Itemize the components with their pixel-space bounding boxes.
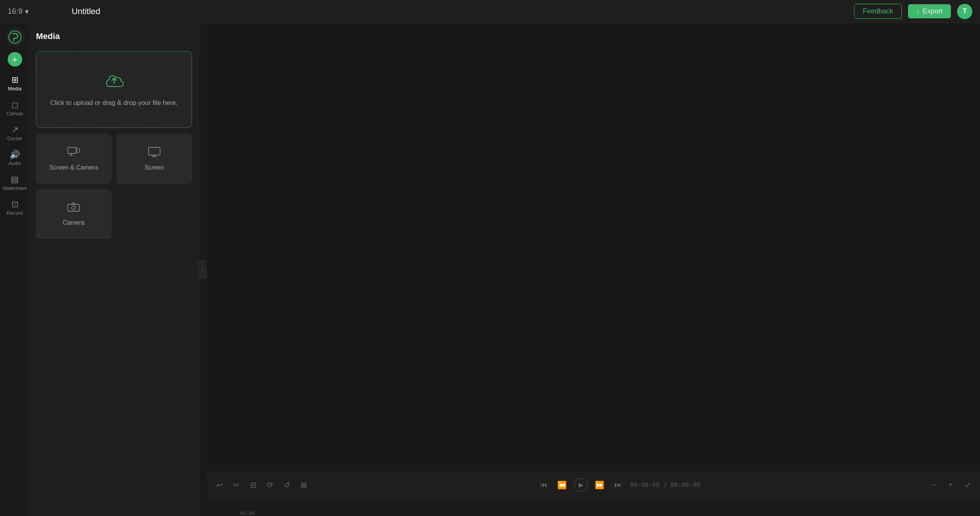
record-icon: ⊡ [11, 200, 18, 209]
zoom-out-button[interactable]: − [927, 478, 940, 492]
sidebar-item-cursor[interactable]: ↗ Cursor [2, 122, 28, 145]
svg-rect-4 [77, 149, 79, 152]
main-layout: + ⊞ Media ◻ Canvas ↗ Cursor 🔊 Audio ▤ Wa… [0, 23, 980, 516]
split-button[interactable]: ⊟ [247, 478, 260, 492]
topbar: 16:9 ▾ Feedback ↑ Export T [0, 0, 980, 23]
export-icon: ↑ [916, 8, 919, 15]
upload-text: Click to upload or drag & drop your file… [50, 99, 178, 107]
time-display: 00:00:00 / 00:00:00 [630, 481, 700, 488]
sidebar-item-media-label: Media [8, 86, 21, 91]
cursor-icon: ↗ [11, 126, 18, 134]
upload-zone[interactable]: Click to upload or drag & drop your file… [36, 51, 192, 128]
step-back-button[interactable]: ⏪ [556, 478, 569, 492]
zoom-in-button[interactable]: + [944, 478, 957, 492]
step-forward-button[interactable]: ⏩ [593, 478, 606, 492]
total-time: 00:00:00 [671, 481, 700, 488]
icon-bar: + ⊞ Media ◻ Canvas ↗ Cursor 🔊 Audio ▤ Wa… [0, 23, 30, 516]
panel-collapse-button[interactable]: ‹ [198, 260, 207, 279]
sidebar-item-record-label: Record [7, 210, 23, 216]
screen-card[interactable]: Screen [117, 134, 192, 184]
sidebar-item-watermark-label: Watermark [3, 185, 27, 191]
sidebar-item-record[interactable]: ⊡ Record [2, 196, 28, 220]
scissors-button[interactable]: ✂ [230, 478, 243, 492]
svg-point-0 [9, 31, 21, 43]
aspect-ratio-selector[interactable]: 16:9 ▾ [8, 7, 29, 16]
add-button[interactable]: + [8, 52, 22, 67]
aspect-ratio-label: 16:9 [8, 7, 23, 16]
recording-cards-grid: Screen & Camera Screen [36, 134, 192, 239]
delete-button[interactable]: ⊠ [297, 478, 310, 492]
rotate-button[interactable]: ↺ [280, 478, 293, 492]
left-panel: Media Click to upload or drag & drop you… [30, 23, 198, 516]
upload-icon [104, 73, 124, 94]
svg-rect-1 [68, 147, 76, 153]
sidebar-item-watermark[interactable]: ▤ Watermark [2, 171, 28, 195]
sidebar-item-audio[interactable]: 🔊 Audio [2, 147, 28, 170]
panel-title: Media [36, 29, 192, 45]
feedback-button[interactable]: Feedback [854, 4, 902, 19]
canvas-main[interactable] [207, 23, 980, 472]
svg-point-10 [72, 206, 75, 210]
sidebar-item-cursor-label: Cursor [7, 136, 22, 141]
canvas-area: ↩ ✂ ⊟ ⟳ ↺ ⊠ ⏮ ⏪ ▶ ⏩ ⏭ 00:00:00 / 00:00:0… [207, 23, 980, 516]
undo-button[interactable]: ↩ [213, 478, 226, 492]
screen-camera-card[interactable]: Screen & Camera [36, 134, 111, 184]
camera-card[interactable]: Camera [36, 189, 111, 239]
media-icon: ⊞ [11, 76, 18, 84]
chevron-left-icon: ‹ [201, 266, 203, 273]
time-marker-start: 00:00 [240, 510, 255, 516]
canvas-icon: ◻ [11, 101, 18, 109]
camera-icon [67, 202, 80, 215]
topbar-left: 16:9 ▾ [8, 7, 176, 16]
screen-camera-label: Screen & Camera [49, 164, 98, 171]
skip-back-button[interactable]: ⏮ [537, 478, 550, 492]
redo-button[interactable]: ⟳ [263, 478, 276, 492]
svg-rect-5 [149, 147, 160, 155]
sidebar-item-canvas[interactable]: ◻ Canvas [2, 97, 28, 120]
current-time: 00:00:00 [630, 481, 659, 488]
time-separator: / [663, 481, 671, 488]
screen-camera-icon [67, 147, 80, 160]
timeline-center: ⏮ ⏪ ▶ ⏩ ⏭ 00:00:00 / 00:00:00 [314, 478, 923, 492]
export-button[interactable]: ↑ Export [908, 4, 951, 18]
camera-label: Camera [63, 219, 85, 226]
topbar-right: Feedback ↑ Export T [854, 4, 972, 19]
screen-icon [148, 147, 160, 160]
svg-rect-9 [68, 204, 79, 211]
project-title-input[interactable] [33, 7, 139, 16]
sidebar-item-audio-label: Audio [8, 160, 21, 166]
fit-button[interactable]: ⤢ [961, 478, 974, 492]
watermark-icon: ▤ [11, 175, 19, 184]
sidebar-item-canvas-label: Canvas [6, 111, 23, 116]
play-button[interactable]: ▶ [574, 478, 588, 492]
timeline-track: 00:00 [207, 498, 980, 516]
screen-label: Screen [144, 164, 164, 171]
export-label: Export [923, 7, 942, 15]
timeline-right: − + ⤢ [927, 478, 974, 492]
sidebar-item-media[interactable]: ⊞ Media [2, 72, 28, 95]
skip-forward-button[interactable]: ⏭ [612, 478, 625, 492]
avatar[interactable]: T [957, 4, 972, 19]
chevron-down-icon: ▾ [25, 7, 29, 16]
audio-icon: 🔊 [10, 150, 20, 159]
bottom-toolbar: ↩ ✂ ⊟ ⟳ ↺ ⊠ ⏮ ⏪ ▶ ⏩ ⏭ 00:00:00 / 00:00:0… [207, 472, 980, 498]
app-logo[interactable] [5, 28, 25, 47]
